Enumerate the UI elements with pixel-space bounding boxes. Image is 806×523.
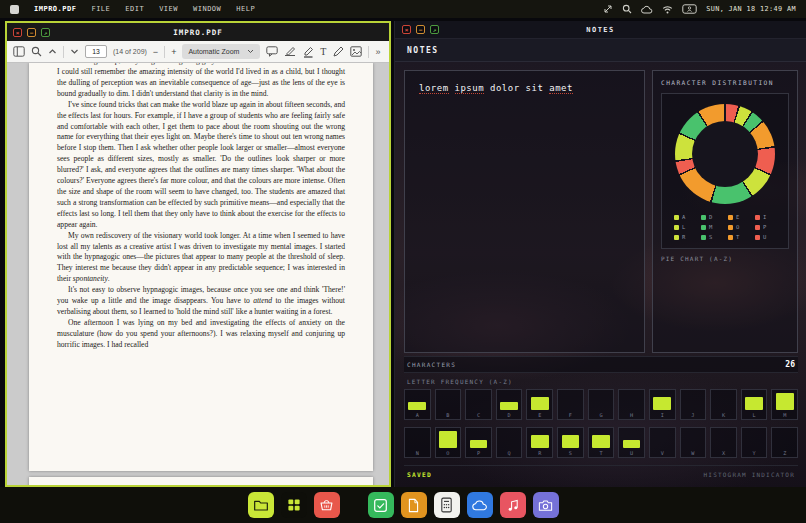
histogram-letter-label: T xyxy=(599,450,602,456)
toolbar-divider xyxy=(63,46,64,58)
menu-view[interactable]: VIEW xyxy=(159,5,178,13)
music-app-button[interactable] xyxy=(500,492,526,518)
pdf-window: × − ↗ IMPRO.PDF (14 of 209) − xyxy=(5,21,391,487)
characters-counter: CHARACTERS 26 xyxy=(404,356,798,373)
characters-label: CHARACTERS xyxy=(407,361,456,368)
menu-file[interactable]: FILE xyxy=(91,5,110,13)
histogram-bar-box: L xyxy=(741,389,768,420)
legend-swatch xyxy=(674,225,679,230)
characters-value: 26 xyxy=(785,360,795,369)
histogram-bar xyxy=(531,397,549,410)
next-page-icon[interactable] xyxy=(70,48,79,55)
highlight-icon[interactable] xyxy=(302,46,314,58)
dock xyxy=(0,487,806,523)
pdf-content-area[interactable]: As I grew up, everything started getting… xyxy=(7,63,389,485)
histogram-bar-box: K xyxy=(710,389,737,420)
histogram-letter-label: F xyxy=(569,412,572,418)
histogram-bar-box: O xyxy=(435,427,462,458)
histogram-bar-box: E xyxy=(526,389,553,420)
legend-item: O xyxy=(728,224,749,230)
histogram-letter-label: U xyxy=(630,450,633,456)
notes-titlebar[interactable]: × − ↗ NOTES xyxy=(395,21,806,39)
zoom-in-button[interactable]: + xyxy=(171,47,176,57)
system-logo-icon[interactable] xyxy=(10,5,19,14)
histogram-bar-box: V xyxy=(649,427,676,458)
menu-app-name[interactable]: IMPRO.PDF xyxy=(34,5,76,13)
legend-item: U xyxy=(755,234,776,240)
histogram-letter-label: L xyxy=(753,412,756,418)
sidebar-toggle-icon[interactable] xyxy=(13,46,25,57)
comment-icon[interactable] xyxy=(266,46,278,57)
legend-label: U xyxy=(763,234,766,240)
store-app-button[interactable] xyxy=(314,492,340,518)
histogram-letter-label: G xyxy=(599,412,602,418)
histogram-bar xyxy=(500,402,518,411)
donut-chart xyxy=(675,104,775,204)
menu-edit[interactable]: EDIT xyxy=(125,5,144,13)
legend-item: P xyxy=(755,224,776,230)
folder-icon xyxy=(253,498,269,512)
histogram-letter-label: W xyxy=(691,450,694,456)
calculator-app-button[interactable] xyxy=(434,492,460,518)
legend-item: L xyxy=(674,224,695,230)
expand-icon[interactable] xyxy=(603,4,613,14)
files-app-button[interactable] xyxy=(248,492,274,518)
histogram-bar-box: I xyxy=(649,389,676,420)
legend-item: A xyxy=(674,214,695,220)
histogram-letter-label: E xyxy=(538,412,541,418)
zoom-level-select[interactable]: Automatic Zoom xyxy=(182,44,260,59)
tasks-app-button[interactable] xyxy=(368,492,394,518)
histogram-letter-label: S xyxy=(569,450,572,456)
histogram-bar xyxy=(562,435,580,448)
legend-swatch xyxy=(728,215,733,220)
legend-item: E xyxy=(728,214,749,220)
menu-window[interactable]: WINDOW xyxy=(193,5,221,13)
toolbar-divider xyxy=(164,46,165,58)
histogram-letter-label: R xyxy=(538,450,541,456)
notes-status-bar: SAVED HISTOGRAM INDICATOR xyxy=(404,465,798,478)
pdf-titlebar[interactable]: × − ↗ IMPRO.PDF xyxy=(7,23,389,41)
cloud-icon[interactable] xyxy=(641,5,653,14)
pdf-next-page xyxy=(29,477,373,485)
more-tools-button[interactable]: » xyxy=(375,47,380,57)
histogram-letter-label: V xyxy=(661,450,664,456)
histogram-bar xyxy=(623,440,641,449)
menu-help[interactable]: HELP xyxy=(236,5,255,13)
histogram-bar-box: A xyxy=(404,389,431,420)
documents-app-button[interactable] xyxy=(401,492,427,518)
histogram-letter-label: Q xyxy=(508,450,511,456)
search-icon[interactable] xyxy=(31,46,42,57)
launcher-app-button[interactable] xyxy=(281,492,307,518)
note-text[interactable]: lorem ipsum dolor sit amet xyxy=(419,83,630,94)
text-tool-icon[interactable]: T xyxy=(320,47,326,57)
histogram-bar-box: R xyxy=(526,427,553,458)
legend-label: E xyxy=(736,214,739,220)
camera-app-button[interactable] xyxy=(533,492,559,518)
notes-header: NOTES xyxy=(395,39,806,62)
search-icon[interactable] xyxy=(622,4,632,14)
legend-swatch xyxy=(674,235,679,240)
legend-swatch xyxy=(755,215,760,220)
user-box-icon[interactable] xyxy=(682,4,697,14)
signature-icon[interactable] xyxy=(284,46,296,57)
legend-label: A xyxy=(682,214,685,220)
note-editor[interactable]: lorem ipsum dolor sit amet xyxy=(404,70,645,353)
cloud-app-button[interactable] xyxy=(467,492,493,518)
wifi-icon[interactable] xyxy=(662,5,673,14)
character-distribution-panel: CHARACTER DISTRIBUTION ADEILMOPRSTU PIE … xyxy=(652,70,798,353)
notes-header-label: NOTES xyxy=(407,46,439,55)
histogram-bar-box: N xyxy=(404,427,431,458)
histogram-bar-box: Y xyxy=(741,427,768,458)
pdf-paragraph: It's not easy to observe hypnagogic imag… xyxy=(57,285,345,318)
legend-label: T xyxy=(736,234,739,240)
legend-swatch xyxy=(701,225,706,230)
image-icon[interactable] xyxy=(350,46,362,57)
page-number-input[interactable] xyxy=(85,45,107,58)
histogram-bar xyxy=(470,440,488,449)
histogram-letter-label: B xyxy=(446,412,449,418)
zoom-out-button[interactable]: − xyxy=(153,47,158,57)
previous-page-icon[interactable] xyxy=(48,48,57,55)
cloud-icon xyxy=(472,499,488,511)
histogram-letter-label: N xyxy=(416,450,419,456)
draw-icon[interactable] xyxy=(332,46,344,58)
